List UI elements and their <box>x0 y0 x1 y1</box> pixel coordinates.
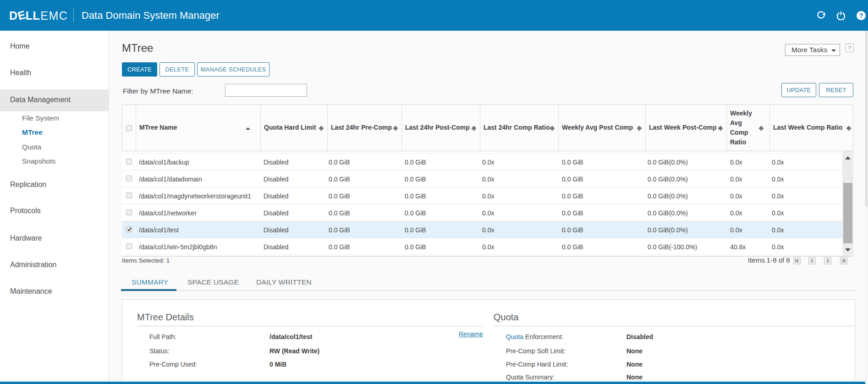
svg-text:?: ? <box>859 12 863 19</box>
